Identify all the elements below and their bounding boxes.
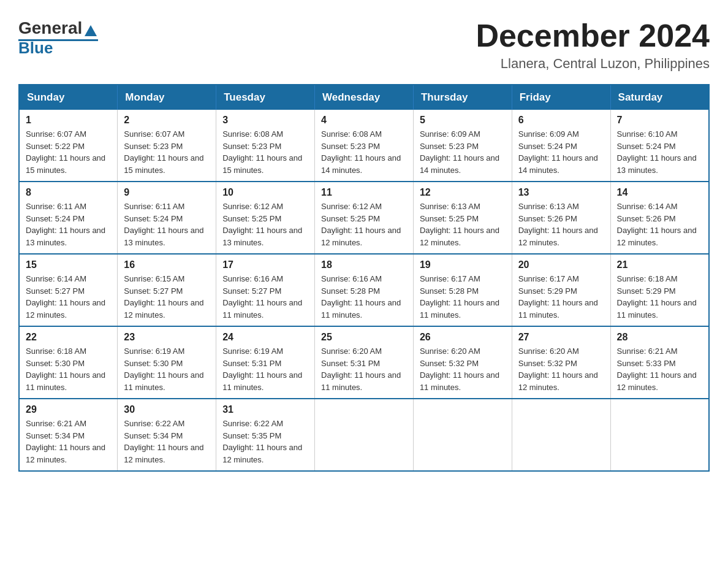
day-of-week-header: Wednesday (315, 85, 414, 110)
day-info: Sunrise: 6:12 AM Sunset: 5:25 PM Dayligh… (222, 201, 308, 248)
calendar-day-cell: 26 Sunrise: 6:20 AM Sunset: 5:32 PM Dayl… (413, 326, 512, 399)
calendar-day-cell: 13 Sunrise: 6:13 AM Sunset: 5:26 PM Dayl… (512, 182, 610, 254)
day-number: 28 (617, 332, 702, 343)
calendar-day-cell: 21 Sunrise: 6:18 AM Sunset: 5:29 PM Dayl… (610, 254, 709, 326)
day-number: 22 (26, 332, 111, 343)
calendar-day-cell: 4 Sunrise: 6:08 AM Sunset: 5:23 PM Dayli… (315, 110, 414, 182)
day-number: 31 (222, 404, 308, 415)
calendar-table: SundayMondayTuesdayWednesdayThursdayFrid… (18, 84, 710, 472)
calendar-day-cell: 20 Sunrise: 6:17 AM Sunset: 5:29 PM Dayl… (512, 254, 610, 326)
logo-blue-text: Blue (18, 39, 53, 58)
day-number: 23 (124, 332, 210, 343)
calendar-body: 1 Sunrise: 6:07 AM Sunset: 5:22 PM Dayli… (19, 110, 709, 471)
day-info: Sunrise: 6:22 AM Sunset: 5:35 PM Dayligh… (222, 418, 308, 465)
calendar-day-cell: 3 Sunrise: 6:08 AM Sunset: 5:23 PM Dayli… (216, 110, 315, 182)
calendar-day-cell: 19 Sunrise: 6:17 AM Sunset: 5:28 PM Dayl… (413, 254, 512, 326)
day-number: 11 (321, 187, 407, 198)
day-info: Sunrise: 6:07 AM Sunset: 5:23 PM Dayligh… (124, 128, 210, 176)
location-subtitle: Llanera, Central Luzon, Philippines (476, 56, 710, 72)
day-number: 19 (420, 259, 506, 270)
calendar-day-cell: 14 Sunrise: 6:14 AM Sunset: 5:26 PM Dayl… (610, 182, 709, 254)
day-number: 5 (420, 115, 506, 126)
day-of-week-header: Friday (512, 85, 610, 110)
day-info: Sunrise: 6:21 AM Sunset: 5:34 PM Dayligh… (26, 418, 111, 465)
day-info: Sunrise: 6:16 AM Sunset: 5:27 PM Dayligh… (222, 273, 308, 321)
logo-triangle-icon (85, 25, 97, 36)
day-info: Sunrise: 6:20 AM Sunset: 5:32 PM Dayligh… (518, 345, 604, 393)
day-info: Sunrise: 6:19 AM Sunset: 5:31 PM Dayligh… (222, 345, 308, 393)
day-number: 21 (617, 259, 702, 270)
day-info: Sunrise: 6:11 AM Sunset: 5:24 PM Dayligh… (124, 201, 210, 248)
day-number: 1 (26, 115, 111, 126)
days-of-week-row: SundayMondayTuesdayWednesdayThursdayFrid… (19, 85, 709, 110)
calendar-day-cell: 25 Sunrise: 6:20 AM Sunset: 5:31 PM Dayl… (315, 326, 414, 399)
calendar-day-cell: 6 Sunrise: 6:09 AM Sunset: 5:24 PM Dayli… (512, 110, 610, 182)
calendar-day-cell: 7 Sunrise: 6:10 AM Sunset: 5:24 PM Dayli… (610, 110, 709, 182)
calendar-day-cell: 10 Sunrise: 6:12 AM Sunset: 5:25 PM Dayl… (216, 182, 315, 254)
day-info: Sunrise: 6:18 AM Sunset: 5:29 PM Dayligh… (617, 273, 702, 321)
day-of-week-header: Saturday (610, 85, 709, 110)
calendar-day-cell: 17 Sunrise: 6:16 AM Sunset: 5:27 PM Dayl… (216, 254, 315, 326)
calendar-day-cell: 2 Sunrise: 6:07 AM Sunset: 5:23 PM Dayli… (118, 110, 216, 182)
calendar-day-cell: 23 Sunrise: 6:19 AM Sunset: 5:30 PM Dayl… (118, 326, 216, 399)
day-number: 14 (617, 187, 702, 198)
day-of-week-header: Sunday (19, 85, 118, 110)
page-header: General Blue December 2024 Llanera, Cent… (18, 18, 710, 72)
calendar-day-cell (610, 399, 709, 471)
calendar-day-cell: 30 Sunrise: 6:22 AM Sunset: 5:34 PM Dayl… (118, 399, 216, 471)
day-of-week-header: Monday (118, 85, 216, 110)
day-number: 26 (420, 332, 506, 343)
calendar-day-cell: 11 Sunrise: 6:12 AM Sunset: 5:25 PM Dayl… (315, 182, 414, 254)
day-info: Sunrise: 6:14 AM Sunset: 5:26 PM Dayligh… (617, 201, 702, 248)
day-number: 9 (124, 187, 210, 198)
day-number: 17 (222, 259, 308, 270)
day-number: 25 (321, 332, 407, 343)
day-number: 13 (518, 187, 604, 198)
calendar-day-cell: 31 Sunrise: 6:22 AM Sunset: 5:35 PM Dayl… (216, 399, 315, 471)
calendar-week-row: 22 Sunrise: 6:18 AM Sunset: 5:30 PM Dayl… (19, 326, 709, 399)
calendar-week-row: 1 Sunrise: 6:07 AM Sunset: 5:22 PM Dayli… (19, 110, 709, 182)
day-info: Sunrise: 6:18 AM Sunset: 5:30 PM Dayligh… (26, 345, 111, 393)
day-info: Sunrise: 6:14 AM Sunset: 5:27 PM Dayligh… (26, 273, 111, 321)
day-number: 3 (222, 115, 308, 126)
day-info: Sunrise: 6:13 AM Sunset: 5:25 PM Dayligh… (420, 201, 506, 248)
day-info: Sunrise: 6:21 AM Sunset: 5:33 PM Dayligh… (617, 345, 702, 393)
day-number: 6 (518, 115, 604, 126)
calendar-day-cell: 16 Sunrise: 6:15 AM Sunset: 5:27 PM Dayl… (118, 254, 216, 326)
calendar-day-cell: 24 Sunrise: 6:19 AM Sunset: 5:31 PM Dayl… (216, 326, 315, 399)
day-number: 10 (222, 187, 308, 198)
day-info: Sunrise: 6:20 AM Sunset: 5:31 PM Dayligh… (321, 345, 407, 393)
calendar-day-cell (413, 399, 512, 471)
calendar-day-cell: 28 Sunrise: 6:21 AM Sunset: 5:33 PM Dayl… (610, 326, 709, 399)
day-number: 29 (26, 404, 111, 415)
calendar-day-cell (512, 399, 610, 471)
day-info: Sunrise: 6:08 AM Sunset: 5:23 PM Dayligh… (321, 128, 407, 176)
day-number: 20 (518, 259, 604, 270)
calendar-day-cell: 27 Sunrise: 6:20 AM Sunset: 5:32 PM Dayl… (512, 326, 610, 399)
day-info: Sunrise: 6:16 AM Sunset: 5:28 PM Dayligh… (321, 273, 407, 321)
logo-general-text: General (18, 18, 82, 38)
day-number: 8 (26, 187, 111, 198)
day-of-week-header: Tuesday (216, 85, 315, 110)
calendar-day-cell: 18 Sunrise: 6:16 AM Sunset: 5:28 PM Dayl… (315, 254, 414, 326)
month-year-title: December 2024 (476, 18, 710, 53)
day-info: Sunrise: 6:10 AM Sunset: 5:24 PM Dayligh… (617, 128, 702, 176)
day-number: 15 (26, 259, 111, 270)
calendar-day-cell: 22 Sunrise: 6:18 AM Sunset: 5:30 PM Dayl… (19, 326, 118, 399)
calendar-day-cell: 1 Sunrise: 6:07 AM Sunset: 5:22 PM Dayli… (19, 110, 118, 182)
day-info: Sunrise: 6:12 AM Sunset: 5:25 PM Dayligh… (321, 201, 407, 248)
calendar-day-cell: 15 Sunrise: 6:14 AM Sunset: 5:27 PM Dayl… (19, 254, 118, 326)
calendar-week-row: 29 Sunrise: 6:21 AM Sunset: 5:34 PM Dayl… (19, 399, 709, 471)
day-number: 16 (124, 259, 210, 270)
day-number: 7 (617, 115, 702, 126)
calendar-week-row: 15 Sunrise: 6:14 AM Sunset: 5:27 PM Dayl… (19, 254, 709, 326)
day-info: Sunrise: 6:17 AM Sunset: 5:28 PM Dayligh… (420, 273, 506, 321)
day-of-week-header: Thursday (413, 85, 512, 110)
day-number: 24 (222, 332, 308, 343)
day-info: Sunrise: 6:08 AM Sunset: 5:23 PM Dayligh… (222, 128, 308, 176)
calendar-day-cell: 12 Sunrise: 6:13 AM Sunset: 5:25 PM Dayl… (413, 182, 512, 254)
calendar-day-cell: 9 Sunrise: 6:11 AM Sunset: 5:24 PM Dayli… (118, 182, 216, 254)
calendar-day-cell: 8 Sunrise: 6:11 AM Sunset: 5:24 PM Dayli… (19, 182, 118, 254)
day-number: 18 (321, 259, 407, 270)
day-info: Sunrise: 6:07 AM Sunset: 5:22 PM Dayligh… (26, 128, 111, 176)
